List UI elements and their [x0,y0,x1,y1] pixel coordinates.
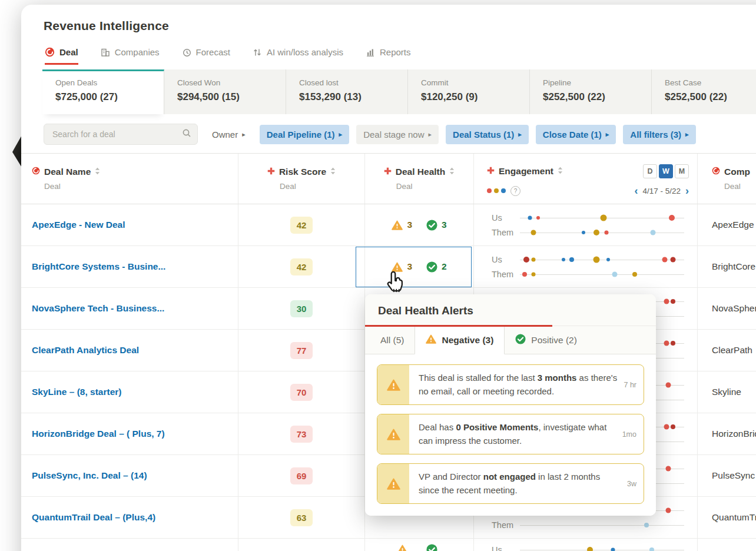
company-cell: NovaSphere [698,288,756,329]
alert-timestamp: 7 hr [624,381,636,389]
caret-icon: ▸ [242,131,246,138]
summary-card-closed-lost[interactable]: Closed lost $153,290 (13) [286,69,408,114]
engagement-dot [632,272,637,277]
bar-chart-icon [366,48,375,57]
engagement-dot [530,230,536,235]
engagement-them-line: Them [492,225,687,240]
deal-name-link[interactable]: ClearPath Analytics Deal [32,345,139,356]
deal-name-cell: HorizonBridge Deal – ( Plus, 7) [21,413,238,454]
risk-score-cell: 73 [238,413,365,454]
engagement-dot [665,382,671,387]
deal-name-link[interactable]: HorizonBridge Deal – ( Plus, 7) [32,429,165,439]
chevron-right-icon[interactable]: › [685,185,689,196]
tab-positive-alerts[interactable]: Positive (2) [505,326,588,354]
summary-card-open-deals[interactable]: Open Deals $725,000 (27) [42,69,164,114]
tab-all-alerts[interactable]: All (5) [370,326,415,354]
toggle-month[interactable]: M [675,164,689,178]
tab-deal[interactable]: Deal [45,47,78,65]
column-label: Risk Score [279,167,326,177]
deal-stage-filter[interactable]: Deal stage now ▸ [356,125,439,144]
sort-icon[interactable] [449,167,455,177]
check-icon [515,334,526,347]
owner-filter[interactable]: Owner ▸ [205,125,253,144]
deal-name-link[interactable]: NovaSphere Tech - Business... [32,303,164,314]
toggle-week[interactable]: W [659,164,673,178]
filter-bar: Owner ▸ Deal Pipeline (1) ▸ Deal stage n… [21,114,756,152]
help-icon[interactable]: ? [510,186,520,196]
warning-icon [426,334,436,346]
deal-status-filter[interactable]: Deal Status (1) ▸ [446,125,529,144]
deal-health-cell[interactable]: 33 [365,204,474,245]
summary-card-commit[interactable]: Commit $120,250 (9) [408,69,530,114]
sort-icon[interactable] [95,167,100,177]
alert-text-bold: 0 Positive Moments [456,422,538,432]
check-icon [426,544,437,551]
toggle-day[interactable]: D [643,164,657,178]
card-value: $120,250 (9) [421,91,529,103]
company-cell: Skyline [698,371,756,413]
tab-forecast[interactable]: Forecast [182,47,230,65]
all-filters-button[interactable]: All filters (3) ▸ [623,125,695,144]
engagement-us-line: Us [492,210,687,225]
deal-name-link[interactable]: PulseSync, Inc. Deal – (14) [32,470,147,481]
engagement-row-label: Us [492,255,520,264]
summary-card-pipeline[interactable]: Pipeline $252,500 (22) [530,69,652,114]
table-row: UsThem [21,539,756,551]
risk-score-badge: 73 [290,426,313,443]
engagement-dot [582,231,585,234]
sort-icon[interactable] [330,167,336,177]
engagement-dot [671,257,676,262]
card-value: $294,500 (15) [177,91,286,103]
tab-label: Negative (3) [442,335,493,346]
deal-search[interactable] [44,124,198,145]
tab-companies[interactable]: Companies [101,47,160,65]
deal-name-link[interactable]: SkyLine – (8, starter) [32,387,121,397]
deal-name-link[interactable]: ApexEdge - New Deal [32,220,125,230]
risk-score-badge: 42 [290,217,313,234]
table-row: ApexEdge - New Deal4233UsThemApexEdge [21,204,756,246]
alert-timestamp: 1mo [622,430,636,439]
deal-pipeline-filter[interactable]: Deal Pipeline (1) ▸ [260,125,349,144]
popup-title: Deal Health Alerts [365,294,656,326]
date-range-nav: ‹ 4/17 - 5/22 › [634,185,689,196]
main-nav: Deal Companies Forecast AI win/loss anal… [21,33,756,65]
insight-cross-icon [384,167,392,177]
column-sublabel: Deal [44,182,238,191]
engagement-dot [528,215,532,220]
alert-warning-icon [377,414,409,454]
card-label: Best Case [665,78,756,87]
risk-score-badge: 70 [290,384,313,401]
summary-card-closed-won[interactable]: Closed Won $294,500 (15) [164,69,286,114]
deal-name-link[interactable]: QuantumTrail Deal – (Plus,4) [32,512,155,523]
engagement-track [520,252,687,267]
engagement-dot [611,547,615,551]
deal-health-cell[interactable]: 32 [365,246,474,287]
alert-item: This deal is stalled for the last 3 mont… [377,364,644,405]
company-cell: ApexEdge [698,204,756,245]
tab-reports[interactable]: Reports [366,47,411,65]
summary-card-best-case[interactable]: Best Case $252,500 (22) [652,69,756,114]
deal-health-cell[interactable] [365,539,474,551]
card-label: Open Deals [55,78,164,87]
company-name: PulseSync [712,470,755,481]
tab-negative-alerts[interactable]: Negative (3) [415,326,505,354]
alert-item: VP and Director not engaged in last 2 mo… [377,463,644,504]
tab-ai-win-loss[interactable]: AI win/loss analysis [253,47,343,65]
deal-icon [45,47,55,57]
engagement-cell: UsThem [474,204,698,245]
filter-label: All filters (3) [630,130,681,140]
engagement-row-label: Us [492,545,520,551]
column-deal-name: Deal Name Deal [21,154,238,204]
chevron-left-icon[interactable]: ‹ [634,185,638,196]
close-date-filter[interactable]: Close Date (1) ▸ [536,125,616,144]
risk-score-badge: 42 [290,258,313,276]
tab-label: Deal [59,47,78,57]
deal-name-link[interactable]: BrightCore Systems - Busine... [32,261,165,272]
popup-tabs: All (5) Negative (3) Positive (2) [365,326,656,354]
sort-icon[interactable] [558,166,563,177]
engagement-dot [536,216,540,220]
search-input[interactable] [51,129,182,140]
risk-score-badge: 77 [290,342,313,359]
column-sublabel: Deal [280,182,296,191]
engagement-us-line: Us [492,252,687,267]
